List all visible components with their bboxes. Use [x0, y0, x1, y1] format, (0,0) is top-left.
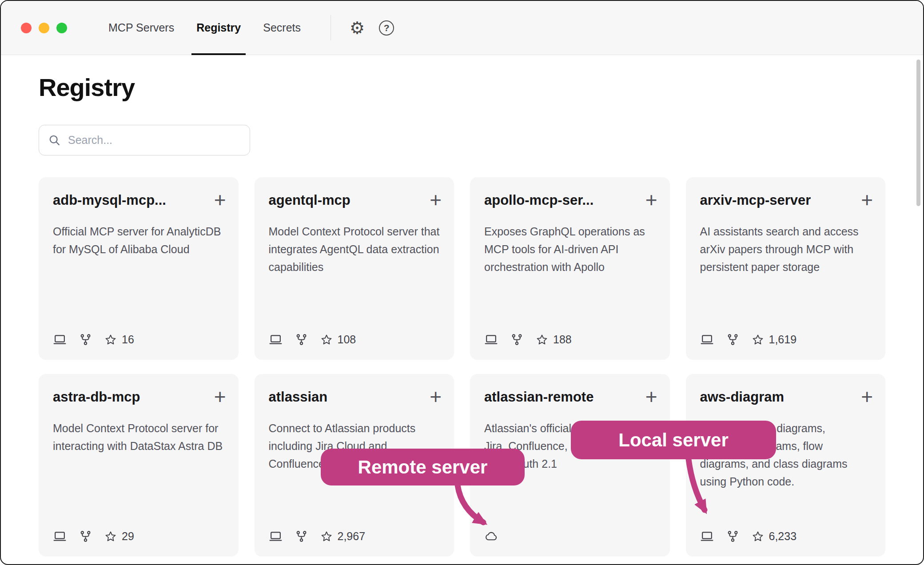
- star-rating: 6,233: [752, 530, 797, 543]
- card-title: aws-diagram: [700, 389, 785, 405]
- card-title: apollo-mcp-ser...: [484, 192, 593, 208]
- zoom-button[interactable]: [56, 23, 67, 33]
- add-server-button[interactable]: +: [645, 190, 657, 210]
- laptop-icon: [700, 333, 714, 346]
- app-window: MCP Servers Registry Secrets ⚙ ? Registr…: [0, 0, 924, 565]
- github-fork-icon: [295, 333, 308, 346]
- plus-icon: +: [645, 188, 657, 211]
- star-rating: 2,967: [320, 530, 366, 543]
- search-icon: [48, 134, 61, 147]
- minimize-button[interactable]: [39, 23, 49, 33]
- search-input[interactable]: [68, 134, 241, 147]
- local-server-arrow: [667, 457, 743, 528]
- add-server-button[interactable]: +: [214, 386, 226, 407]
- star-rating: 29: [104, 530, 134, 543]
- nav-divider: [331, 15, 331, 40]
- remote-server-annotation: Remote server: [321, 449, 525, 485]
- star-icon: [752, 530, 764, 543]
- card-title: arxiv-mcp-server: [700, 192, 811, 208]
- laptop-icon: [269, 333, 283, 346]
- plus-icon: +: [430, 385, 442, 408]
- remote-server-arrow: [441, 481, 521, 539]
- titlebar: MCP Servers Registry Secrets ⚙ ?: [1, 1, 923, 55]
- card-description: Model Context Protocol server that integ…: [269, 223, 440, 276]
- laptop-icon: [484, 333, 498, 346]
- card-description: Official MCP server for AnalyticDB for M…: [53, 223, 224, 258]
- tab-registry[interactable]: Registry: [185, 1, 252, 55]
- star-icon: [536, 334, 548, 346]
- card-title: agentql-mcp: [269, 192, 350, 208]
- card-description: Exposes GraphQL operations as MCP tools …: [484, 223, 656, 276]
- server-card[interactable]: adb-mysql-mcp... + Official MCP server f…: [39, 177, 239, 360]
- card-title: atlassian: [269, 389, 328, 405]
- add-server-button[interactable]: +: [645, 386, 657, 407]
- card-title: adb-mysql-mcp...: [53, 192, 166, 208]
- main-nav: MCP Servers Registry Secrets: [97, 1, 312, 55]
- star-icon: [320, 334, 333, 346]
- vertical-scrollbar[interactable]: [916, 60, 920, 206]
- server-card[interactable]: astra-db-mcp + Model Context Protocol se…: [39, 374, 239, 557]
- titlebar-actions: ⚙ ?: [350, 1, 394, 55]
- plus-icon: +: [861, 385, 873, 408]
- star-rating: 188: [536, 333, 572, 346]
- server-card[interactable]: agentql-mcp + Model Context Protocol ser…: [255, 177, 454, 360]
- local-server-annotation: Local server: [571, 421, 776, 459]
- help-button[interactable]: ?: [379, 20, 394, 36]
- star-count: 16: [122, 333, 134, 346]
- card-title: astra-db-mcp: [53, 389, 140, 405]
- tab-mcp-servers[interactable]: MCP Servers: [97, 1, 185, 55]
- laptop-icon: [269, 529, 283, 543]
- github-fork-icon: [726, 333, 739, 346]
- laptop-icon: [700, 529, 714, 543]
- add-server-button[interactable]: +: [430, 190, 442, 210]
- star-count: 188: [553, 333, 572, 346]
- card-title: atlassian-remote: [484, 389, 593, 405]
- plus-icon: +: [861, 188, 873, 211]
- star-icon: [104, 334, 117, 346]
- star-rating: 108: [320, 333, 356, 346]
- laptop-icon: [53, 333, 67, 346]
- add-server-button[interactable]: +: [430, 386, 442, 407]
- plus-icon: +: [430, 188, 442, 211]
- server-card[interactable]: arxiv-mcp-server + AI assistants search …: [686, 177, 886, 360]
- star-count: 108: [338, 333, 356, 346]
- server-card[interactable]: apollo-mcp-ser... + Exposes GraphQL oper…: [470, 177, 670, 360]
- star-icon: [104, 530, 117, 543]
- card-description: Model Context Protocol server for intera…: [53, 419, 224, 455]
- add-server-button[interactable]: +: [861, 386, 873, 407]
- plus-icon: +: [214, 188, 226, 211]
- star-icon: [320, 530, 333, 543]
- add-server-button[interactable]: +: [214, 190, 226, 210]
- star-rating: 1,619: [752, 333, 797, 346]
- close-button[interactable]: [21, 23, 32, 33]
- star-count: 29: [122, 530, 134, 543]
- github-fork-icon: [79, 530, 92, 543]
- plus-icon: +: [645, 385, 657, 408]
- help-icon: ?: [379, 20, 394, 36]
- star-icon: [752, 334, 764, 346]
- star-count: 2,967: [338, 530, 366, 543]
- star-rating: 16: [104, 333, 134, 346]
- page-title: Registry: [39, 73, 885, 102]
- github-fork-icon: [726, 530, 739, 543]
- star-count: 1,619: [769, 333, 797, 346]
- traffic-lights: [1, 1, 67, 55]
- gear-icon: ⚙: [350, 20, 365, 36]
- plus-icon: +: [214, 385, 226, 408]
- github-fork-icon: [510, 333, 523, 346]
- search-box[interactable]: [39, 125, 250, 155]
- settings-button[interactable]: ⚙: [350, 20, 365, 36]
- add-server-button[interactable]: +: [861, 190, 873, 210]
- tab-secrets[interactable]: Secrets: [252, 1, 312, 55]
- star-count: 6,233: [769, 530, 797, 543]
- laptop-icon: [53, 529, 67, 543]
- card-description: AI assistants search and access arXiv pa…: [700, 223, 872, 276]
- github-fork-icon: [79, 333, 92, 346]
- github-fork-icon: [295, 530, 308, 543]
